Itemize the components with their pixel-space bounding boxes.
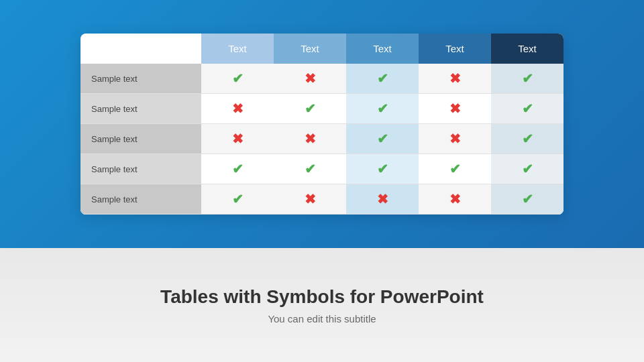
cell-r4-c1: ✖ <box>274 184 346 215</box>
cell-r2-c1: ✖ <box>274 124 346 154</box>
header-col-4: Text <box>419 34 491 64</box>
table-row: Sample text✖✖✔✖✔ <box>80 124 564 154</box>
cell-r0-c3: ✖ <box>419 64 491 94</box>
header-col-1: Text <box>201 34 274 64</box>
cross-icon: ✖ <box>449 192 461 206</box>
cross-icon: ✖ <box>449 131 461 146</box>
cross-icon: ✖ <box>232 101 244 116</box>
check-icon: ✔ <box>522 131 533 146</box>
row-label: Sample text <box>80 154 201 184</box>
check-icon: ✔ <box>522 192 533 206</box>
table-row: Sample text✔✖✔✖✔ <box>80 64 564 94</box>
cell-r4-c4: ✔ <box>491 184 564 215</box>
check-icon: ✔ <box>377 101 388 116</box>
cell-r3-c2: ✔ <box>346 154 419 184</box>
top-section: Text Text Text Text Text Sample text✔✖✔✖… <box>0 0 644 248</box>
check-icon: ✔ <box>377 131 388 146</box>
check-icon: ✔ <box>377 71 388 86</box>
cross-icon: ✖ <box>305 131 316 146</box>
cell-r2-c2: ✔ <box>346 124 419 154</box>
cell-r1-c1: ✔ <box>274 94 346 124</box>
cell-r2-c4: ✔ <box>491 124 564 154</box>
cross-icon: ✖ <box>449 71 461 86</box>
table-card: Text Text Text Text Text Sample text✔✖✔✖… <box>80 34 564 215</box>
row-label: Sample text <box>80 124 201 154</box>
cell-r0-c4: ✔ <box>491 64 564 94</box>
cell-r1-c4: ✔ <box>491 94 564 124</box>
cell-r2-c0: ✖ <box>201 124 274 154</box>
row-label: Sample text <box>80 184 201 215</box>
cross-icon: ✖ <box>232 131 244 146</box>
check-icon: ✔ <box>377 162 388 176</box>
cell-r1-c3: ✖ <box>419 94 491 124</box>
cross-icon: ✖ <box>305 192 316 206</box>
check-icon: ✔ <box>305 101 316 116</box>
cross-icon: ✖ <box>305 71 316 86</box>
bottom-section: Tables with Symbols for PowerPoint You c… <box>0 248 644 362</box>
check-icon: ✔ <box>522 101 533 116</box>
row-label: Sample text <box>80 64 201 94</box>
check-icon: ✔ <box>522 71 533 86</box>
header-col-2: Text <box>274 34 346 64</box>
cell-r4-c0: ✔ <box>201 184 274 215</box>
header-col-3: Text <box>346 34 419 64</box>
cell-r1-c0: ✖ <box>201 94 274 124</box>
sub-title: You can edit this subtitle <box>268 313 376 324</box>
check-icon: ✔ <box>232 162 244 176</box>
cell-r2-c3: ✖ <box>419 124 491 154</box>
cell-r0-c2: ✔ <box>346 64 419 94</box>
row-label: Sample text <box>80 94 201 124</box>
check-icon: ✔ <box>449 162 461 176</box>
main-title: Tables with Symbols for PowerPoint <box>160 286 484 308</box>
cell-r0-c0: ✔ <box>201 64 274 94</box>
cross-icon: ✖ <box>377 192 388 206</box>
cell-r3-c1: ✔ <box>274 154 346 184</box>
cell-r3-c3: ✔ <box>419 154 491 184</box>
table-row: Sample text✖✔✔✖✔ <box>80 94 564 124</box>
table-row: Sample text✔✖✖✖✔ <box>80 184 564 215</box>
cell-r3-c4: ✔ <box>491 154 564 184</box>
cell-r0-c1: ✖ <box>274 64 346 94</box>
check-icon: ✔ <box>305 162 316 176</box>
check-icon: ✔ <box>522 162 533 176</box>
check-icon: ✔ <box>232 192 244 206</box>
comparison-table: Text Text Text Text Text Sample text✔✖✔✖… <box>80 34 564 215</box>
cell-r4-c2: ✖ <box>346 184 419 215</box>
cell-r3-c0: ✔ <box>201 154 274 184</box>
cell-r1-c2: ✔ <box>346 94 419 124</box>
check-icon: ✔ <box>232 71 244 86</box>
cross-icon: ✖ <box>449 101 461 116</box>
cell-r4-c3: ✖ <box>419 184 491 215</box>
header-label-col <box>80 34 201 64</box>
header-col-5: Text <box>491 34 564 64</box>
table-row: Sample text✔✔✔✔✔ <box>80 154 564 184</box>
